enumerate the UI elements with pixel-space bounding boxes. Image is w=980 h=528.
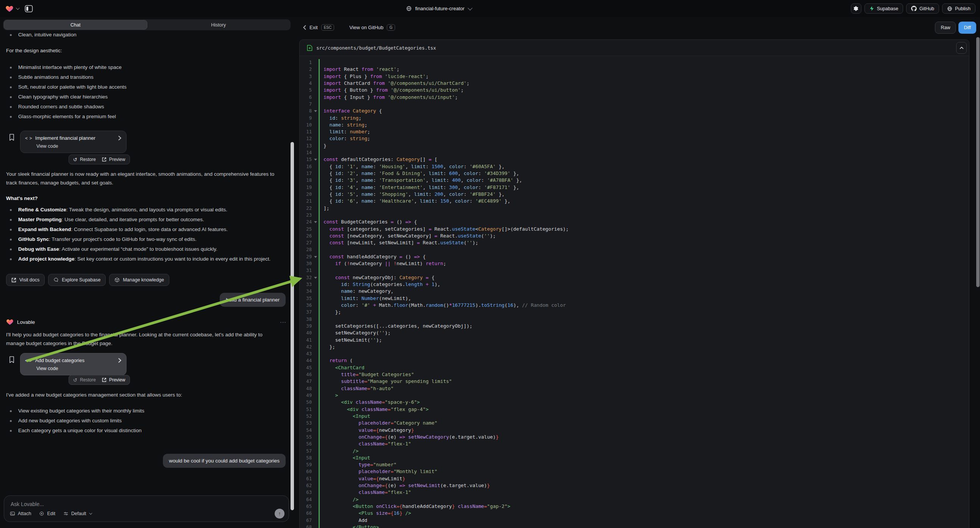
code-line: 5import { Button } from '@/components/ui… <box>300 87 969 94</box>
line-number: 9 <box>300 115 318 122</box>
whats-next-heading: What's next? <box>6 196 290 201</box>
line-number: 27 <box>300 239 318 246</box>
fold-chevron-icon[interactable] <box>314 159 317 161</box>
line-number: 38 <box>300 316 318 323</box>
attach-button[interactable]: Attach <box>10 511 31 516</box>
raw-toggle-button[interactable]: Raw <box>935 22 956 34</box>
bookmark-icon[interactable] <box>9 134 15 153</box>
bullet-dot <box>10 430 12 432</box>
preview-button[interactable]: Preview <box>102 157 126 162</box>
card-toolbar: ↺Restore Preview <box>68 154 130 164</box>
chevron-right-icon <box>118 135 122 140</box>
preview-icon <box>102 378 107 382</box>
code-panel: Exit ESC View on GitHub G Raw Diff src/c… <box>296 17 980 528</box>
bookmark-icon[interactable] <box>9 356 15 375</box>
code-line: 24const BudgetCategories = () => { <box>300 219 969 225</box>
preview-button[interactable]: Preview <box>102 377 126 383</box>
tab-chat[interactable]: Chat <box>4 20 147 30</box>
code-line: 1 <box>300 59 969 66</box>
more-menu-icon[interactable]: ··· <box>280 319 286 325</box>
line-number: 46 <box>300 371 318 378</box>
line-number: 25 <box>300 226 318 232</box>
line-number: 10 <box>300 122 318 129</box>
fold-chevron-icon[interactable] <box>314 110 317 112</box>
view-code-link[interactable]: View code <box>37 366 122 371</box>
code-line: 22]; <box>300 205 969 212</box>
chat-input[interactable] <box>11 500 283 508</box>
chevron-right-icon <box>118 358 122 363</box>
fold-chevron-icon[interactable] <box>314 256 317 258</box>
settings-button[interactable] <box>851 3 861 14</box>
code-icon: < > <box>25 135 32 141</box>
list-item: Glass-morphic elements for a premium fee… <box>6 112 290 122</box>
code-line: 48 className="h-auto" <box>300 385 969 392</box>
mode-select[interactable]: Default <box>63 511 91 516</box>
file-path: src/components/budget/BudgetCategories.t… <box>316 45 436 51</box>
tab-history[interactable]: History <box>147 20 290 30</box>
send-button[interactable]: ↑ <box>275 509 285 518</box>
supabase-button[interactable]: Supabase <box>864 3 903 14</box>
view-on-github-button[interactable]: View on GitHub G <box>349 24 395 31</box>
chat-scrollbar[interactable] <box>291 142 294 510</box>
project-chevron-down-icon <box>468 6 473 11</box>
bullet-dot <box>10 229 12 231</box>
file-path-bar[interactable]: src/components/budget/BudgetCategories.t… <box>300 40 969 56</box>
code-line: 17 { id: '2', name: 'Food & Dining', lim… <box>300 170 969 177</box>
line-number: 50 <box>300 399 318 406</box>
fold-chevron-icon[interactable] <box>314 277 317 279</box>
code-line: 26 const [newCategory, setNewCategory] =… <box>300 232 969 239</box>
code-viewer[interactable]: 12import React from 'react';3import { Pl… <box>300 56 969 528</box>
fold-chevron-icon[interactable] <box>314 221 317 223</box>
bullet-dot <box>10 239 12 240</box>
line-number: 4 <box>300 80 318 87</box>
version-card-title: Implement financial planner <box>35 135 95 141</box>
line-number: 62 <box>300 482 318 489</box>
code-line: 65 <Button onClick={handleAddCategory} c… <box>300 503 969 510</box>
explore-supabase-button[interactable]: Explore Supabase <box>48 274 106 286</box>
restore-button[interactable]: ↺Restore <box>73 377 96 383</box>
project-switcher[interactable]: financial-future-creator <box>406 0 471 17</box>
line-number: 55 <box>300 434 318 441</box>
view-code-link[interactable]: View code <box>37 143 122 149</box>
list-item: Rounded corners and subtle shadows <box>6 102 290 112</box>
next-steps-list: Refine & Customize: Tweak the design, an… <box>6 205 285 264</box>
bullet-dot <box>10 219 12 221</box>
code-line: 4import ChartCard from '@/components/ui/… <box>300 80 969 87</box>
code-icon: < > <box>25 358 32 363</box>
github-button[interactable]: GitHub <box>906 3 939 14</box>
edit-button[interactable]: Edit <box>39 511 55 516</box>
code-line: 11 limit: number; <box>300 129 969 135</box>
code-line: 67 Add <box>300 517 969 524</box>
visit-docs-button[interactable]: Visit docs <box>6 274 45 286</box>
line-number: 43 <box>300 350 318 357</box>
code-line: 64 /> <box>300 496 969 503</box>
toggle-sidebar-icon[interactable] <box>25 5 33 13</box>
code-line: 3import { Plus } from 'lucide-react'; <box>300 73 969 80</box>
code-line: 63 className="flex-1" <box>300 489 969 496</box>
manage-knowledge-button[interactable]: Manage knowledge <box>109 274 169 286</box>
version-card-implement-financial-planner[interactable]: < > Implement financial planner View cod… <box>20 131 127 153</box>
lovable-logo-icon[interactable] <box>5 5 14 13</box>
code-header: Exit ESC View on GitHub G Raw Diff <box>296 17 980 38</box>
list-item: Each category gets a unique color for vi… <box>6 426 290 436</box>
line-number: 33 <box>300 281 318 288</box>
restore-button[interactable]: ↺Restore <box>73 157 96 162</box>
exit-button[interactable]: Exit ESC <box>303 24 334 31</box>
line-number: 13 <box>300 142 318 149</box>
publish-button[interactable]: Publish <box>942 3 975 14</box>
collapse-file-button[interactable] <box>956 42 967 54</box>
version-card-add-budget-categories[interactable]: < > Add budget categories View code ↺Res… <box>20 353 127 375</box>
bullet-dot <box>10 209 12 211</box>
diff-toggle-button[interactable]: Diff <box>958 22 976 34</box>
logo-chevron-down-icon[interactable] <box>16 6 20 10</box>
bullet-dot <box>10 86 12 88</box>
lovable-avatar-icon <box>6 318 14 326</box>
line-number: 11 <box>300 129 318 135</box>
code-line: 41 setNewLimit(''); <box>300 337 969 344</box>
code-scrollbar[interactable] <box>976 37 980 287</box>
code-line: 2import React from 'react'; <box>300 66 969 73</box>
preview-icon <box>102 157 107 162</box>
list-item: Expand with Backend: Connect Supabase to… <box>6 224 285 234</box>
assistant-paragraph: I'll help you add budget categories to t… <box>6 330 281 348</box>
line-number: 19 <box>300 184 318 191</box>
